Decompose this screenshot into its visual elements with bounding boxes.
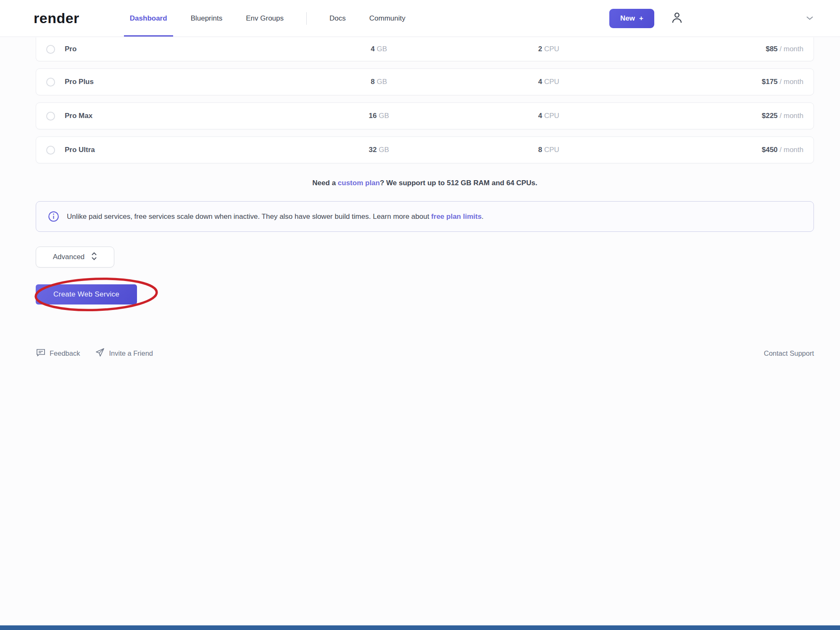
radio-button[interactable]	[46, 146, 55, 155]
paper-plane-icon	[95, 347, 105, 359]
info-banner-text: Unlike paid services, free services scal…	[67, 213, 484, 221]
render-logo: render	[34, 10, 79, 26]
bottom-edge-bar	[0, 625, 840, 630]
info-icon	[48, 211, 59, 222]
advanced-toggle[interactable]: Advanced	[36, 247, 114, 268]
radio-button[interactable]	[46, 112, 55, 121]
nav-blueprints[interactable]: Blueprints	[190, 0, 224, 37]
plan-name: Pro Plus	[65, 78, 294, 86]
custom-plan-link[interactable]: custom plan	[338, 179, 380, 187]
advanced-label: Advanced	[53, 253, 85, 261]
plan-price: $450 / month	[634, 146, 803, 154]
plan-ram: 16 GB	[294, 112, 464, 120]
plan-cpu: 4 CPU	[464, 112, 634, 120]
plan-row-pro-plus[interactable]: Pro Plus 8 GB 4 CPU $175 / month	[36, 68, 814, 95]
main-nav: Dashboard Blueprints Env Groups Docs Com…	[129, 0, 406, 37]
page-footer: Feedback Invite a Friend Contact Support	[36, 347, 814, 359]
free-plan-limits-link[interactable]: free plan limits	[431, 213, 482, 220]
custom-plan-note: Need a custom plan? We support up to 512…	[36, 179, 814, 187]
nav-community[interactable]: Community	[369, 0, 406, 37]
plan-ram: 4 GB	[294, 45, 464, 53]
new-button[interactable]: New +	[609, 9, 654, 28]
plan-row-pro-ultra[interactable]: Pro Ultra 32 GB 8 CPU $450 / month	[36, 136, 814, 163]
create-web-service-button[interactable]: Create Web Service	[36, 284, 137, 304]
top-nav: render Dashboard Blueprints Env Groups D…	[0, 0, 840, 37]
plan-ram: 32 GB	[294, 146, 464, 154]
nav-docs[interactable]: Docs	[329, 0, 347, 37]
plan-row-pro[interactable]: Pro 4 GB 2 CPU $85 / month	[36, 37, 814, 61]
nav-divider	[306, 12, 307, 25]
radio-button[interactable]	[46, 78, 55, 87]
chevron-up-down-icon	[91, 252, 97, 262]
plus-icon: +	[639, 14, 643, 23]
plan-price: $85 / month	[634, 45, 803, 53]
plan-list: Pro 4 GB 2 CPU $85 / month Pro Plus 8 GB…	[36, 37, 814, 163]
plan-cpu: 8 CPU	[464, 146, 634, 154]
contact-support-link[interactable]: Contact Support	[764, 349, 814, 357]
plan-ram: 8 GB	[294, 78, 464, 86]
free-plan-info-banner: Unlike paid services, free services scal…	[36, 201, 814, 232]
radio-button[interactable]	[46, 45, 55, 54]
main-content: Pro 4 GB 2 CPU $85 / month Pro Plus 8 GB…	[0, 37, 840, 359]
plan-cpu: 2 CPU	[464, 45, 634, 53]
nav-env-groups[interactable]: Env Groups	[245, 0, 284, 37]
invite-friend-link[interactable]: Invite a Friend	[95, 347, 153, 359]
new-button-label: New	[620, 14, 635, 23]
plan-row-pro-max[interactable]: Pro Max 16 GB 4 CPU $225 / month	[36, 102, 814, 129]
plan-name: Pro Max	[65, 112, 294, 120]
feedback-link[interactable]: Feedback	[36, 347, 80, 359]
user-account-icon[interactable]	[670, 11, 684, 26]
plan-name: Pro Ultra	[65, 146, 294, 154]
plan-cpu: 4 CPU	[464, 78, 634, 86]
feedback-icon	[36, 347, 46, 359]
nav-dashboard[interactable]: Dashboard	[129, 0, 168, 37]
plan-name: Pro	[65, 45, 294, 53]
plan-price: $225 / month	[634, 112, 803, 120]
create-section: Create Web Service	[36, 277, 170, 317]
chevron-down-icon[interactable]	[806, 15, 814, 22]
plan-price: $175 / month	[634, 78, 803, 86]
